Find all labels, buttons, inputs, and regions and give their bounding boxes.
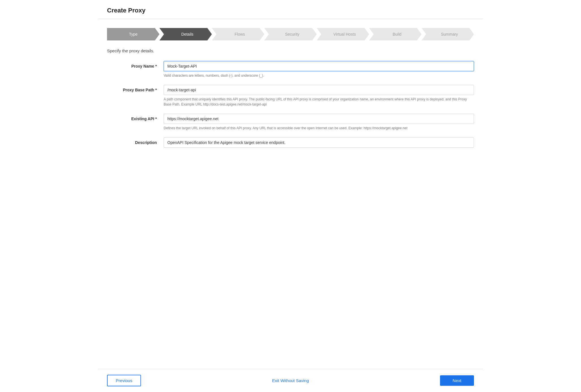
step-type[interactable]: Type — [107, 28, 159, 40]
page-header: Create Proxy — [98, 0, 483, 19]
proxy-base-path-field-wrapper: A path component that uniquely identifie… — [164, 85, 474, 107]
proxy-name-row: Proxy Name * Valid characters are letter… — [107, 61, 474, 78]
existing-api-label: Existing API * — [107, 114, 164, 121]
existing-api-hint: Defines the target URL invoked on behalf… — [164, 126, 474, 131]
proxy-base-path-label: Proxy Base Path * — [107, 85, 164, 92]
page-wrapper: Create Proxy Type Details Flows Security… — [98, 0, 483, 392]
step-details[interactable]: Details — [159, 28, 212, 40]
step-virtual-hosts-label: Virtual Hosts — [317, 28, 369, 40]
step-summary-label: Summary — [422, 28, 474, 40]
step-summary[interactable]: Summary — [422, 28, 474, 40]
step-flows-label: Flows — [212, 28, 264, 40]
description-row: Description — [107, 137, 474, 148]
proxy-base-path-row: Proxy Base Path * A path component that … — [107, 85, 474, 107]
proxy-name-label: Proxy Name * — [107, 61, 164, 68]
footer: Previous Exit Without Saving Next — [98, 369, 483, 392]
existing-api-field-wrapper: Defines the target URL invoked on behalf… — [164, 114, 474, 131]
form-section: Specify the proxy details. Proxy Name * … — [107, 48, 474, 161]
stepper: Type Details Flows Security Virtual Host… — [107, 28, 474, 40]
page-title: Create Proxy — [107, 7, 474, 14]
previous-button[interactable]: Previous — [107, 375, 141, 386]
proxy-name-input[interactable] — [164, 61, 474, 71]
step-virtual-hosts[interactable]: Virtual Hosts — [317, 28, 369, 40]
proxy-name-field-wrapper: Valid characters are letters, numbers, d… — [164, 61, 474, 78]
proxy-base-path-hint: A path component that uniquely identifie… — [164, 97, 474, 107]
step-type-label: Type — [107, 28, 159, 40]
step-security[interactable]: Security — [264, 28, 317, 40]
main-content: Type Details Flows Security Virtual Host… — [98, 19, 483, 369]
step-details-label: Details — [159, 28, 212, 40]
next-button[interactable]: Next — [440, 375, 474, 386]
step-flows[interactable]: Flows — [212, 28, 264, 40]
exit-without-saving-button[interactable]: Exit Without Saving — [272, 378, 309, 383]
description-input[interactable] — [164, 137, 474, 148]
proxy-name-hint: Valid characters are letters, numbers, d… — [164, 73, 474, 78]
description-label: Description — [107, 137, 164, 145]
proxy-base-path-input[interactable] — [164, 85, 474, 95]
section-description: Specify the proxy details. — [107, 48, 474, 53]
step-build-label: Build — [369, 28, 422, 40]
step-security-label: Security — [264, 28, 317, 40]
step-build[interactable]: Build — [369, 28, 422, 40]
existing-api-row: Existing API * Defines the target URL in… — [107, 114, 474, 131]
description-field-wrapper — [164, 137, 474, 148]
existing-api-input[interactable] — [164, 114, 474, 124]
